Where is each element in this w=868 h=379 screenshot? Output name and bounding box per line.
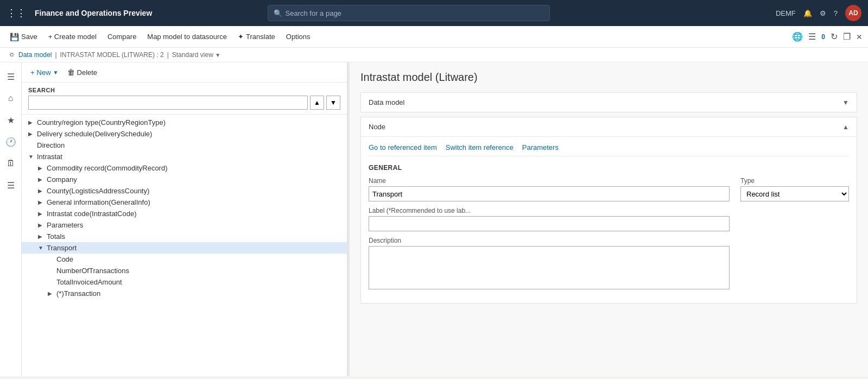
left-panel: + New ▼ 🗑 Delete SEARCH ▲ ▼ ▶ Country/r [22, 62, 347, 376]
sidebar-nav-workspaces[interactable]: 🗓 [1, 154, 21, 173]
tree-item[interactable]: NumberOfTransactions [22, 265, 347, 276]
type-select[interactable]: Record list Record String Integer Real B… [740, 186, 849, 201]
right-panel: Intrastat model (Litware) Data model ▼ N… [350, 62, 868, 376]
settings-icon[interactable]: ⚙ [820, 9, 826, 17]
top-search-bar[interactable]: 🔍 Search for a page [268, 5, 550, 21]
label-field-group: Label (*Recommended to use lab... [369, 207, 730, 231]
expand-icon: ▼ [28, 154, 36, 160]
expand-icon [48, 268, 55, 274]
form-col-right: Type Record list Record String Integer R… [740, 177, 849, 207]
go-to-referenced-link[interactable]: Go to referenced item [369, 143, 437, 151]
create-model-button[interactable]: + Create model [44, 30, 101, 43]
search-section: SEARCH ▲ ▼ [22, 83, 347, 115]
node-section-header[interactable]: Node ▲ [361, 117, 857, 137]
breadcrumb-view[interactable]: Standard view ▼ [172, 51, 220, 59]
page-title: Intrastat model (Litware) [360, 71, 857, 84]
user-environment: DEMF [776, 9, 796, 17]
description-label: Description [369, 237, 730, 244]
node-links: Go to referenced item Switch item refere… [369, 143, 849, 156]
chevron-down-icon: ▼ [842, 99, 849, 106]
tree-item[interactable]: ▶ Totals [22, 231, 347, 242]
expand-icon[interactable]: ❐ [843, 31, 851, 42]
name-input[interactable] [369, 186, 730, 201]
expand-icon: ▶ [38, 165, 46, 171]
search-up-button[interactable]: ▲ [310, 96, 324, 110]
breadcrumb: ⛭ Data model | INTRASTAT MODEL (LITWARE)… [0, 48, 868, 62]
name-field-group: Name [369, 177, 730, 201]
main-toolbar: 💾 Save + Create model Compare Map model … [0, 26, 868, 48]
columns-icon[interactable]: ☰ [808, 31, 816, 42]
sidebar-nav-modules[interactable]: ☰ [1, 175, 21, 195]
expand-icon [28, 142, 36, 148]
options-button[interactable]: Options [282, 30, 315, 43]
type-label: Type [740, 177, 849, 185]
expand-icon: ▶ [38, 211, 46, 217]
node-section-body: Go to referenced item Switch item refere… [361, 137, 857, 303]
switch-item-reference-link[interactable]: Switch item reference [446, 143, 514, 151]
search-icon: 🔍 [274, 9, 282, 17]
breadcrumb-sep1: | [55, 51, 56, 59]
left-panel-toolbar: + New ▼ 🗑 Delete [22, 62, 347, 83]
data-model-label: Data model [369, 98, 404, 106]
tree-item[interactable]: ▶ County(LogisticsAddressCounty) [22, 185, 347, 197]
expand-icon: ▶ [48, 290, 55, 296]
tree-item[interactable]: ▶ Parameters [22, 219, 347, 231]
parameters-link[interactable]: Parameters [522, 143, 559, 151]
bell-icon[interactable]: 🔔 [803, 9, 812, 17]
search-down-button[interactable]: ▼ [326, 96, 340, 110]
tree-item[interactable]: ▶ Intrastat code(IntrastatCode) [22, 208, 347, 219]
refresh-icon[interactable]: ↻ [831, 31, 838, 42]
close-icon[interactable]: ✕ [856, 33, 863, 41]
type-field-group: Type Record list Record String Integer R… [740, 177, 849, 201]
help-icon[interactable]: ? [834, 9, 838, 17]
app-title: Finance and Operations Preview [35, 9, 152, 17]
node-section: Node ▲ Go to referenced item Switch item… [360, 117, 857, 304]
user-avatar[interactable]: AD [845, 5, 861, 21]
tree-item[interactable]: ▶ Company [22, 174, 347, 185]
breadcrumb-data-model[interactable]: Data model [18, 51, 52, 59]
sidebar-nav-favorites[interactable]: ★ [1, 110, 21, 130]
delete-button[interactable]: 🗑 Delete [65, 67, 100, 78]
top-nav-bar: ⋮⋮ Finance and Operations Preview 🔍 Sear… [0, 0, 868, 26]
general-label: GENERAL [369, 164, 849, 172]
expand-icon: ▶ [38, 222, 46, 228]
search-input[interactable] [28, 96, 308, 110]
chevron-up-icon: ▲ [842, 123, 849, 131]
form-col-left: Name Label (*Recommended to use lab... D… [369, 177, 730, 296]
tree-item[interactable]: Direction [22, 140, 347, 151]
delete-icon: 🗑 [67, 68, 75, 77]
sidebar-nav: ☰ ⌂ ★ 🕐 🗓 ☰ [0, 62, 22, 376]
map-model-button[interactable]: Map model to datasource [143, 30, 231, 43]
translate-button[interactable]: ✦ Translate [233, 30, 280, 43]
tree-item-transport[interactable]: ▼ Transport [22, 242, 347, 254]
grid-icon[interactable]: ⋮⋮ [7, 7, 26, 19]
tree-item[interactable]: ▶ Commodity record(CommodityRecord) [22, 162, 347, 174]
tree-item[interactable]: TotalInvoicedAmount [22, 276, 347, 288]
main-layout: ☰ ⌂ ★ 🕐 🗓 ☰ + New ▼ 🗑 Delete SEARCH ▲ [0, 62, 868, 376]
breadcrumb-model-name: INTRASTAT MODEL (LITWARE) : 2 [60, 51, 164, 59]
chevron-down-icon: ▼ [215, 52, 220, 58]
tree-item[interactable]: ▶ Delivery schedule(DeliverySchedule) [22, 128, 347, 140]
new-button[interactable]: + New ▼ [28, 67, 61, 78]
sidebar-nav-home[interactable]: ☰ [1, 67, 21, 86]
description-input[interactable] [369, 246, 730, 289]
name-label: Name [369, 177, 730, 185]
data-model-section: Data model ▼ [360, 92, 857, 112]
sidebar-nav-recent[interactable]: 🕐 [1, 132, 21, 151]
tree-item[interactable]: Code [22, 254, 347, 265]
data-model-section-header[interactable]: Data model ▼ [361, 93, 857, 112]
description-field-group: Description [369, 237, 730, 291]
sidebar-nav-home2[interactable]: ⌂ [1, 89, 21, 108]
filter-icon[interactable]: ⛭ [9, 51, 15, 59]
save-icon: 💾 [10, 33, 19, 41]
tree-item[interactable]: ▼ Intrastat [22, 151, 347, 162]
globe-icon[interactable]: 🌐 [792, 31, 803, 42]
tree-item[interactable]: ▶ General information(GeneralInfo) [22, 197, 347, 208]
compare-button[interactable]: Compare [103, 30, 141, 43]
expand-icon [48, 256, 55, 262]
tree-item[interactable]: ▶ Country/region type(CountryRegionType) [22, 117, 347, 128]
tree-item[interactable]: ▶ (*)Transaction [22, 288, 347, 299]
save-button[interactable]: 💾 Save [5, 30, 42, 43]
label-input[interactable] [369, 216, 730, 231]
breadcrumb-sep2: | [167, 51, 169, 59]
